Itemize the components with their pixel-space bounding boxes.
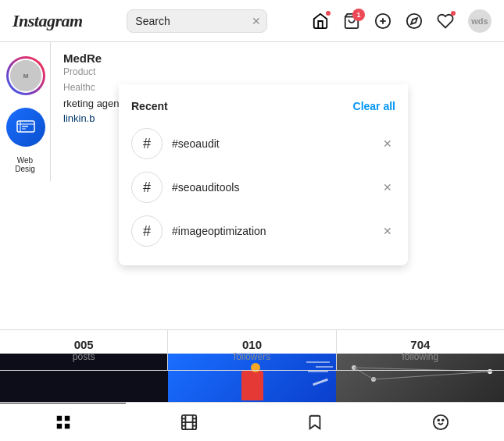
stat-posts: 005 posts	[0, 330, 167, 370]
hash-icon-1: #	[131, 128, 163, 159]
nav-icons: 1 wds	[312, 9, 491, 33]
remove-icon-3[interactable]: ✕	[380, 222, 395, 240]
hash-icon-2: #	[131, 172, 163, 203]
like-icon[interactable]	[437, 12, 454, 30]
svg-marker-5	[411, 18, 417, 24]
bottom-nav-grid[interactable]	[0, 403, 126, 441]
posts-label: posts	[73, 351, 95, 362]
profile-nav-icon[interactable]: wds	[468, 9, 491, 33]
avatar-inner: M	[9, 59, 43, 93]
activity-icon[interactable]: 1	[343, 12, 360, 30]
stat-followers: 010 followers	[167, 330, 335, 370]
dropdown-header: Recent Clear all	[119, 97, 408, 122]
remove-icon-2[interactable]: ✕	[380, 178, 395, 197]
web-design-label: Web Desig	[6, 156, 44, 173]
recent-item-2[interactable]: # #seoauditools ✕	[119, 165, 408, 209]
recent-label: Recent	[131, 100, 168, 112]
bottom-nav-reels[interactable]	[126, 403, 252, 441]
remove-icon-1[interactable]: ✕	[380, 134, 395, 153]
profile-role: Product	[63, 66, 491, 77]
svg-rect-9	[22, 126, 28, 127]
svg-point-28	[442, 419, 444, 421]
search-dropdown: Recent Clear all # #seoaudit ✕ # #seoaud…	[119, 84, 408, 265]
stats-row: 005 posts 010 followers 704 following	[0, 329, 504, 371]
profile-avatar-ring: M	[6, 56, 45, 95]
svg-point-27	[438, 419, 440, 421]
search-clear-icon[interactable]: ✕	[252, 15, 261, 27]
svg-point-26	[434, 414, 448, 429]
search-box: ✕	[127, 9, 267, 33]
posts-count: 005	[74, 338, 94, 351]
svg-rect-14	[56, 416, 61, 421]
home-dot-badge	[326, 11, 331, 16]
svg-rect-10	[22, 128, 26, 130]
profile-avatar-container[interactable]: M	[6, 50, 44, 98]
stat-following: 704 following	[336, 330, 504, 370]
bottom-nav	[0, 402, 504, 441]
clear-all-button[interactable]: Clear all	[353, 100, 395, 112]
instagram-logo: Instagram	[13, 11, 83, 31]
recent-item-1[interactable]: # #seoaudit ✕	[119, 122, 408, 165]
followers-label: followers	[234, 351, 270, 362]
left-panel: M Web Desig	[0, 42, 51, 181]
home-icon[interactable]	[312, 12, 329, 30]
svg-line-12	[374, 372, 492, 379]
hash-icon-3: #	[131, 215, 163, 247]
following-label: following	[402, 351, 438, 362]
svg-rect-15	[64, 416, 69, 421]
recent-item-3[interactable]: # #imageoptimization ✕	[119, 209, 408, 253]
bottom-nav-tag[interactable]	[378, 403, 504, 441]
svg-rect-16	[56, 424, 61, 429]
svg-point-4	[407, 13, 421, 27]
svg-rect-17	[64, 424, 69, 429]
activity-badge: 1	[352, 9, 365, 21]
content-wrapper: Recent Clear all # #seoaudit ✕ # #seoaud…	[0, 42, 504, 441]
avatar: wds	[468, 9, 491, 33]
bottom-nav-bookmark[interactable]	[252, 403, 378, 441]
web-design-icon	[6, 108, 45, 147]
explore-icon[interactable]	[406, 12, 423, 30]
following-count: 704	[410, 338, 430, 351]
followers-count: 010	[242, 338, 262, 351]
header: Instagram ✕ 1	[0, 0, 504, 42]
web-design-item[interactable]	[6, 105, 44, 150]
profile-name: MedRe	[63, 52, 491, 65]
search-input[interactable]	[127, 9, 267, 33]
recent-tag-1: #seoaudit	[172, 137, 370, 150]
recent-tag-2: #seoauditools	[172, 181, 370, 194]
like-dot-badge	[451, 11, 456, 16]
recent-tag-3: #imageoptimization	[172, 225, 370, 237]
add-icon[interactable]	[374, 12, 391, 30]
